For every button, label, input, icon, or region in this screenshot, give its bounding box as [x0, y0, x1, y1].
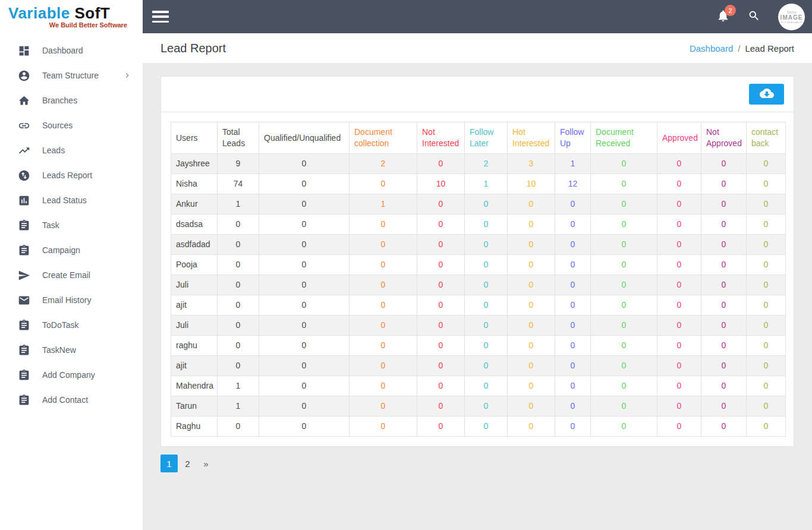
cell-follow-up: 0 [555, 376, 591, 396]
breadcrumb: Dashboard / Lead Report [690, 43, 794, 53]
cell-document-received: 0 [591, 417, 657, 437]
trending-up-icon [18, 144, 30, 157]
avatar-placeholder-line2: IMAGE [780, 15, 803, 21]
chevron-right-icon [122, 71, 132, 80]
cell-not-approved: 0 [701, 275, 747, 295]
sidebar-item-add-contact[interactable]: Add Contact [0, 387, 143, 412]
search-button[interactable] [748, 10, 760, 24]
cell-not-interested: 0 [417, 154, 465, 174]
cell-user: asdfadad [171, 235, 218, 255]
sidebar-item-tasknew[interactable]: TaskNew [0, 337, 143, 362]
sidebar-item-label: Sources [42, 121, 132, 130]
download-button[interactable] [749, 84, 784, 105]
cell-total-leads: 0 [218, 275, 259, 295]
clipboard-icon [18, 244, 30, 257]
sidebar-item-team-structure[interactable]: Team Structure [0, 63, 143, 88]
clipboard-icon [18, 219, 30, 232]
sidebar-item-label: Leads Report [42, 171, 132, 180]
sidebar: Variable SofT We Build Better Software D… [0, 0, 143, 530]
cell-approved: 0 [657, 295, 701, 316]
cell-document-received: 0 [591, 295, 657, 316]
cell-total-leads: 0 [218, 214, 259, 235]
cell-approved: 0 [657, 417, 701, 437]
cell-hot-interested: 0 [508, 275, 555, 295]
table-wrap: UsersTotal LeadsQualified/UnqualifiedDoc… [161, 112, 794, 446]
cell-user: Tarun [171, 396, 218, 417]
column-header-hot-interested: Hot Interested [508, 122, 555, 154]
cell-not-approved: 0 [701, 214, 747, 235]
sidebar-item-label: Branches [42, 96, 132, 105]
breadcrumb-separator: / [738, 43, 740, 53]
cell-approved: 0 [657, 255, 701, 275]
cell-follow-up: 0 [555, 214, 591, 235]
table-row-dsadsa: dsadsa00000000000 [171, 214, 786, 235]
cell-document-collection: 1 [350, 194, 417, 214]
sidebar-item-leads-report[interactable]: Leads Report [0, 163, 143, 188]
cell-follow-later: 1 [465, 174, 508, 194]
page-title: Lead Report [160, 42, 226, 55]
cell-qualified-unqualified: 0 [259, 235, 350, 255]
sidebar-item-sources[interactable]: Sources [0, 113, 143, 138]
person-circle-icon [18, 70, 30, 82]
sidebar-item-branches[interactable]: Branches [0, 88, 143, 113]
cell-document-collection: 0 [350, 417, 417, 437]
cell-approved: 0 [657, 235, 701, 255]
pagination-page-2[interactable]: 2 [179, 455, 196, 472]
cell-follow-later: 0 [465, 235, 508, 255]
card-toolbar [161, 77, 794, 112]
cell-document-received: 0 [591, 275, 657, 295]
brand-name: Variable SofT [8, 4, 137, 23]
cell-approved: 0 [657, 174, 701, 194]
cell-user: ajit [171, 295, 218, 316]
cell-hot-interested: 0 [508, 336, 555, 356]
pagination-next[interactable]: » [197, 455, 215, 472]
pagination-page-1[interactable]: 1 [160, 455, 178, 472]
cloud-download-icon [760, 86, 774, 102]
avatar[interactable]: Sorry IMAGE NOT AVAILABLE [778, 4, 805, 30]
lead-report-table: UsersTotal LeadsQualified/UnqualifiedDoc… [171, 122, 786, 437]
cell-total-leads: 0 [218, 356, 259, 376]
sidebar-item-todotask[interactable]: ToDoTask [0, 313, 143, 337]
cell-not-approved: 0 [701, 174, 747, 194]
table-row-raghu: Raghu00000000000 [171, 417, 786, 437]
cell-hot-interested: 3 [508, 154, 555, 174]
cell-follow-up: 0 [555, 194, 591, 214]
notifications-button[interactable]: 2 [716, 9, 730, 24]
cell-document-collection: 0 [350, 356, 417, 376]
cell-follow-later: 0 [465, 255, 508, 275]
menu-icon[interactable] [152, 11, 169, 23]
cell-document-collection: 0 [350, 376, 417, 396]
cell-not-interested: 0 [417, 295, 465, 316]
sidebar-item-dashboard[interactable]: Dashboard [0, 38, 143, 63]
cell-document-collection: 0 [350, 255, 417, 275]
cell-contact-back: 0 [747, 275, 786, 295]
sidebar-item-create-email[interactable]: Create Email [0, 263, 143, 288]
cell-follow-later: 0 [465, 417, 508, 437]
cell-not-approved: 0 [701, 376, 747, 396]
sidebar-item-leads[interactable]: Leads [0, 138, 143, 163]
breadcrumb-link-dashboard[interactable]: Dashboard [690, 43, 733, 53]
cell-user: Pooja [171, 255, 218, 275]
cell-qualified-unqualified: 0 [259, 214, 350, 235]
cell-contact-back: 0 [747, 396, 786, 417]
sidebar-item-add-company[interactable]: Add Company [0, 362, 143, 387]
brand-logo[interactable]: Variable SofT We Build Better Software [0, 0, 143, 36]
sidebar-item-campaign[interactable]: Campaign [0, 238, 143, 263]
cell-hot-interested: 0 [508, 376, 555, 396]
cell-not-approved: 0 [701, 396, 747, 417]
table-row-juli: Juli00000000000 [171, 275, 786, 295]
cell-total-leads: 1 [218, 376, 259, 396]
cell-not-interested: 0 [417, 396, 465, 417]
cell-follow-up: 0 [555, 295, 591, 316]
cell-not-interested: 0 [417, 417, 465, 437]
sidebar-item-email-history[interactable]: Email History [0, 288, 143, 313]
cell-document-received: 0 [591, 174, 657, 194]
cell-hot-interested: 0 [508, 417, 555, 437]
sidebar-item-lead-status[interactable]: Lead Status [0, 188, 143, 213]
cell-user: Nisha [171, 174, 218, 194]
clipboard-icon [18, 369, 30, 381]
topbar-actions: 2 Sorry IMAGE NOT AVAILABLE [716, 4, 805, 30]
cell-not-interested: 0 [417, 235, 465, 255]
cell-approved: 0 [657, 194, 701, 214]
sidebar-item-task[interactable]: Task [0, 213, 143, 238]
